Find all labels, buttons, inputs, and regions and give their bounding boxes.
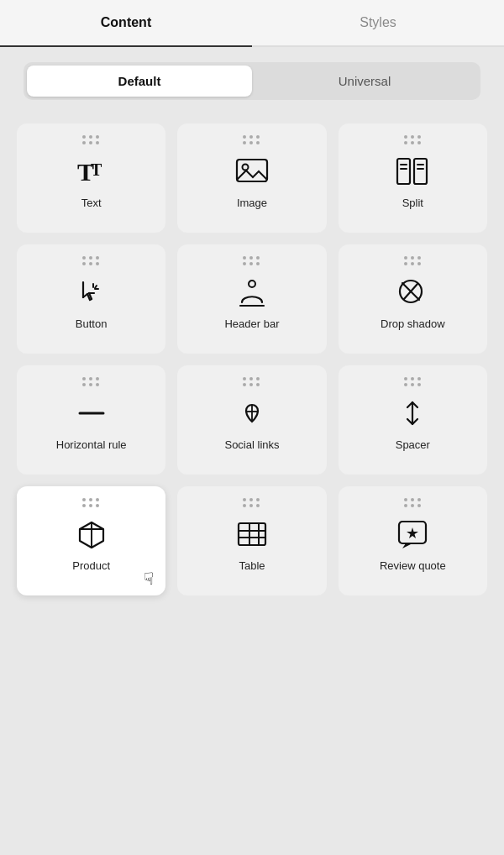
social-links-icon xyxy=(235,396,269,430)
drag-handle-image xyxy=(243,135,260,144)
image-label: Image xyxy=(237,197,267,209)
drag-handle-drop-shadow xyxy=(404,256,422,265)
card-horizontal-rule[interactable]: Horizontal rule xyxy=(17,365,165,475)
product-label: Product xyxy=(72,559,110,572)
card-drop-shadow[interactable]: Drop shadow xyxy=(339,244,487,354)
toggle-universal[interactable]: Universal xyxy=(252,66,477,97)
svg-point-19 xyxy=(249,281,255,287)
card-spacer[interactable]: Spacer xyxy=(339,365,487,475)
svg-rect-4 xyxy=(397,159,410,184)
svg-line-17 xyxy=(95,286,97,288)
split-icon xyxy=(396,155,429,188)
card-button[interactable]: Button xyxy=(17,244,165,354)
card-product[interactable]: Product ☟ xyxy=(17,486,165,595)
cursor-hand-icon: ☟ xyxy=(144,569,154,589)
table-label: Table xyxy=(239,559,265,572)
horizontal-rule-icon xyxy=(75,396,108,430)
svg-rect-5 xyxy=(414,159,427,184)
tab-styles[interactable]: Styles xyxy=(252,0,504,45)
svg-marker-38 xyxy=(407,527,418,538)
drag-handle-horizontal-rule xyxy=(82,377,100,386)
header-tabs: Content Styles xyxy=(0,0,504,47)
drag-handle-split xyxy=(404,135,422,144)
cards-grid: T T Text Image xyxy=(0,115,504,612)
card-image[interactable]: Image xyxy=(177,123,326,233)
button-label: Button xyxy=(76,317,108,330)
drag-handle-product xyxy=(82,498,100,507)
drag-handle-social-links xyxy=(243,377,260,386)
horizontal-rule-label: Horizontal rule xyxy=(56,438,127,451)
spacer-icon xyxy=(396,396,429,430)
card-text[interactable]: T T Text xyxy=(17,123,165,233)
drag-handle-spacer xyxy=(404,377,422,386)
svg-rect-2 xyxy=(237,160,267,181)
tab-content[interactable]: Content xyxy=(0,0,252,45)
toggle-container: Default Universal xyxy=(24,62,480,100)
card-header-bar[interactable]: Header bar xyxy=(177,244,326,354)
text-label: Text xyxy=(81,197,102,209)
card-review-quote[interactable]: Review quote xyxy=(339,486,487,595)
drag-handle-review-quote xyxy=(404,498,422,507)
drag-handle-table xyxy=(243,498,260,507)
button-icon xyxy=(75,275,108,309)
svg-rect-31 xyxy=(239,523,265,545)
social-links-label: Social links xyxy=(224,438,279,451)
toggle-default[interactable]: Default xyxy=(27,66,252,97)
split-label: Split xyxy=(402,197,423,209)
drop-shadow-label: Drop shadow xyxy=(381,317,445,330)
card-social-links[interactable]: Social links xyxy=(177,365,326,475)
header-bar-icon xyxy=(235,275,269,309)
card-split[interactable]: Split xyxy=(339,123,487,233)
image-icon xyxy=(235,155,269,188)
text-icon: T T xyxy=(76,155,108,188)
svg-text:T: T xyxy=(91,160,102,179)
drag-handle-header-bar xyxy=(243,256,260,265)
table-icon xyxy=(235,517,269,551)
drop-shadow-icon xyxy=(396,275,429,309)
drag-handle-button xyxy=(82,256,100,265)
toggle-row: Default Universal xyxy=(0,47,504,115)
product-icon xyxy=(75,517,108,551)
review-quote-icon xyxy=(396,517,429,551)
card-table[interactable]: Table xyxy=(177,486,326,595)
spacer-label: Spacer xyxy=(396,438,430,451)
svg-point-3 xyxy=(242,165,248,170)
header-bar-label: Header bar xyxy=(224,317,279,330)
drag-handle-text xyxy=(82,135,100,144)
review-quote-label: Review quote xyxy=(380,559,446,572)
